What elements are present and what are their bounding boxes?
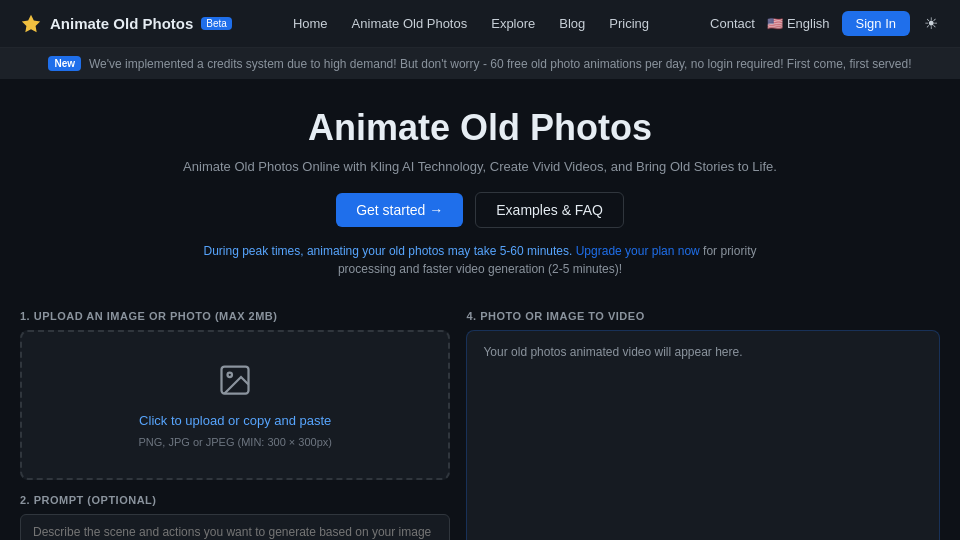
hero-buttons: Get started → Examples & FAQ <box>20 192 940 228</box>
theme-toggle-button[interactable]: ☀ <box>922 12 940 35</box>
nav-actions: Contact 🇺🇸 English Sign In ☀ <box>710 11 940 36</box>
banner-text: We've implemented a credits system due t… <box>89 57 912 71</box>
svg-point-2 <box>228 373 233 378</box>
upload-area[interactable]: Click to upload or copy and paste PNG, J… <box>20 330 450 480</box>
upload-section-label: 1. UPLOAD AN IMAGE OR PHOTO (MAX 2MB) <box>20 310 450 322</box>
upload-or-text: or copy and paste <box>224 413 331 428</box>
nav-link-pricing[interactable]: Pricing <box>609 16 649 31</box>
star-icon <box>20 13 42 35</box>
examples-faq-button[interactable]: Examples & FAQ <box>475 192 624 228</box>
hero-section: Animate Old Photos Animate Old Photos On… <box>0 79 960 310</box>
video-placeholder: Your old photos animated video will appe… <box>483 343 742 362</box>
upload-text: Click to upload or copy and paste <box>139 413 331 428</box>
hero-title: Animate Old Photos <box>20 107 940 149</box>
left-panel: 1. UPLOAD AN IMAGE OR PHOTO (MAX 2MB) Cl… <box>20 310 450 540</box>
nav-link-explore[interactable]: Explore <box>491 16 535 31</box>
prompt-textarea[interactable] <box>20 514 450 540</box>
svg-marker-0 <box>22 14 40 31</box>
video-output-label: 4. PHOTO OR IMAGE TO VIDEO <box>466 310 940 322</box>
get-started-button[interactable]: Get started → <box>336 193 463 227</box>
nav-logo-text: Animate Old Photos <box>50 15 193 32</box>
nav-logo: Animate Old Photos Beta <box>20 13 232 35</box>
prompt-section-label: 2. PROMPT (OPTIONAL) <box>20 494 450 506</box>
nav-language-text: English <box>787 16 830 31</box>
navbar: Animate Old Photos Beta Home Animate Old… <box>0 0 960 48</box>
upload-hint: PNG, JPG or JPEG (MIN: 300 × 300px) <box>138 436 331 448</box>
peak-warning-prefix: During peak times, animating your old ph… <box>204 244 576 258</box>
banner-new-badge: New <box>48 56 81 71</box>
hero-subtitle: Animate Old Photos Online with Kling AI … <box>20 159 940 174</box>
nav-language[interactable]: 🇺🇸 English <box>767 16 830 31</box>
nav-link-animate[interactable]: Animate Old Photos <box>352 16 468 31</box>
upload-click-text[interactable]: Click to upload <box>139 413 224 428</box>
upload-image-icon <box>217 362 253 405</box>
nav-link-blog[interactable]: Blog <box>559 16 585 31</box>
video-preview-area: Your old photos animated video will appe… <box>466 330 940 540</box>
right-panel: 4. PHOTO OR IMAGE TO VIDEO Your old phot… <box>466 310 940 540</box>
main-content: 1. UPLOAD AN IMAGE OR PHOTO (MAX 2MB) Cl… <box>0 310 960 540</box>
announcement-banner: New We've implemented a credits system d… <box>0 48 960 79</box>
flag-icon: 🇺🇸 <box>767 16 783 31</box>
nav-links: Home Animate Old Photos Explore Blog Pri… <box>293 16 649 31</box>
video-placeholder-highlight: Your old photos animated video <box>483 345 651 359</box>
video-placeholder-suffix: will appear here. <box>651 345 742 359</box>
peak-warning: During peak times, animating your old ph… <box>20 242 940 278</box>
nav-beta-badge: Beta <box>201 17 232 30</box>
signin-button[interactable]: Sign In <box>842 11 910 36</box>
upgrade-plan-link[interactable]: Upgrade your plan now <box>576 244 700 258</box>
nav-link-home[interactable]: Home <box>293 16 328 31</box>
nav-contact[interactable]: Contact <box>710 16 755 31</box>
